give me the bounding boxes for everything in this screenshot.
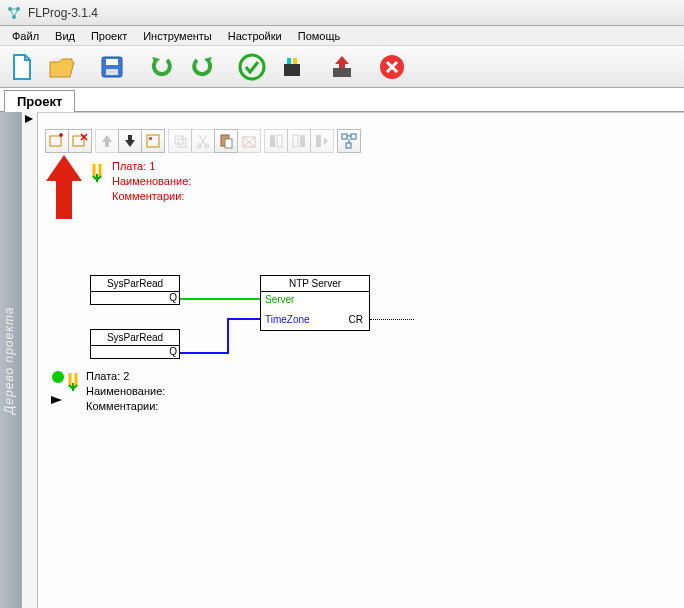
board1-plate: Плата: 1 [112, 159, 191, 174]
svg-rect-25 [293, 135, 298, 147]
pin-timezone: TimeZone [265, 314, 310, 325]
svg-rect-29 [351, 134, 356, 139]
board1-comments: Комментарии: [112, 189, 191, 204]
block-ntp-server[interactable]: NTP Server Server TimeZone CR [260, 275, 370, 331]
svg-rect-13 [73, 136, 84, 146]
svg-rect-10 [333, 68, 351, 77]
tab-strip: Проект [0, 88, 684, 112]
svg-rect-30 [346, 143, 351, 148]
board1-info: Плата: 1 Наименование: Комментарии: [112, 159, 191, 204]
title-bar: FLProg-3.1.4 [0, 0, 684, 26]
canvas-toolbar [46, 129, 361, 153]
svg-point-6 [240, 55, 264, 79]
board2-glyph [66, 371, 84, 393]
svg-rect-8 [287, 58, 291, 64]
block-sysparread-2-title: SysParRead [91, 330, 179, 346]
upload-button[interactable] [324, 49, 360, 85]
pin-cr: CR [349, 314, 363, 325]
copy-button[interactable] [168, 129, 192, 153]
add-board-button[interactable] [45, 129, 69, 153]
sidebar-tree-tab[interactable]: Дерево проекта [0, 112, 22, 608]
canvas[interactable]: Плата: 1 Наименование: Комментарии: SysP… [38, 112, 684, 608]
new-file-button[interactable] [4, 49, 40, 85]
svg-rect-4 [106, 59, 118, 65]
svg-rect-21 [225, 139, 232, 148]
board2-status-dot [52, 371, 64, 383]
paste-button[interactable] [214, 129, 238, 153]
properties-button[interactable] [141, 129, 165, 153]
block-sysparread-1-title: SysParRead [91, 276, 179, 292]
app-icon [6, 5, 22, 21]
compile-button[interactable] [274, 49, 310, 85]
check-button[interactable] [234, 49, 270, 85]
tab-project[interactable]: Проект [4, 90, 75, 112]
main-toolbar [0, 46, 684, 88]
svg-rect-27 [316, 135, 321, 147]
svg-rect-12 [50, 136, 61, 146]
svg-rect-16 [175, 136, 183, 144]
cr-output-wire [370, 319, 414, 320]
svg-point-18 [197, 144, 201, 148]
annotation-arrow [44, 155, 84, 219]
svg-rect-23 [270, 135, 275, 147]
cut-button[interactable] [191, 129, 215, 153]
workspace: Дерево проекта [0, 112, 684, 608]
expand-arrow-icon[interactable] [24, 114, 34, 124]
save-button[interactable] [94, 49, 130, 85]
menu-project[interactable]: Проект [83, 28, 135, 44]
svg-rect-17 [178, 139, 186, 147]
move-up-button[interactable] [95, 129, 119, 153]
menu-view[interactable]: Вид [47, 28, 83, 44]
move-down-button[interactable] [118, 129, 142, 153]
svg-rect-7 [284, 64, 300, 76]
network-button[interactable] [337, 129, 361, 153]
svg-point-19 [205, 144, 209, 148]
svg-rect-28 [342, 134, 347, 139]
svg-rect-24 [277, 135, 282, 147]
menu-tools[interactable]: Инструменты [135, 28, 220, 44]
board1-glyph [90, 162, 108, 184]
block-ntp-title: NTP Server [261, 276, 369, 292]
menu-settings[interactable]: Настройки [220, 28, 290, 44]
align3-button[interactable] [310, 129, 334, 153]
svg-rect-15 [149, 137, 152, 140]
collapsed-panel[interactable] [22, 112, 38, 608]
pin-server: Server [265, 294, 294, 305]
board2-name: Наименование: [86, 384, 165, 399]
pin-q-2: Q [169, 346, 177, 357]
block-sysparread-2[interactable]: SysParRead Q [90, 329, 180, 359]
block-sysparread-1[interactable]: SysParRead Q [90, 275, 180, 305]
svg-rect-14 [147, 135, 159, 147]
board2-comments: Комментарии: [86, 399, 165, 414]
svg-rect-9 [293, 58, 297, 64]
menu-help[interactable]: Помощь [290, 28, 349, 44]
board2-info: Плата: 2 Наименование: Комментарии: [86, 369, 165, 414]
svg-rect-5 [106, 69, 118, 75]
current-board-marker [50, 395, 64, 405]
board1-name: Наименование: [112, 174, 191, 189]
delete-button[interactable] [237, 129, 261, 153]
redo-button[interactable] [184, 49, 220, 85]
open-file-button[interactable] [44, 49, 80, 85]
svg-rect-26 [300, 135, 305, 147]
pin-q-1: Q [169, 292, 177, 303]
menu-file[interactable]: Файл [4, 28, 47, 44]
menu-bar: Файл Вид Проект Инструменты Настройки По… [0, 26, 684, 46]
board2-plate: Плата: 2 [86, 369, 165, 384]
align1-button[interactable] [264, 129, 288, 153]
undo-button[interactable] [144, 49, 180, 85]
close-button[interactable] [374, 49, 410, 85]
align2-button[interactable] [287, 129, 311, 153]
remove-board-button[interactable] [68, 129, 92, 153]
window-title: FLProg-3.1.4 [28, 6, 98, 20]
